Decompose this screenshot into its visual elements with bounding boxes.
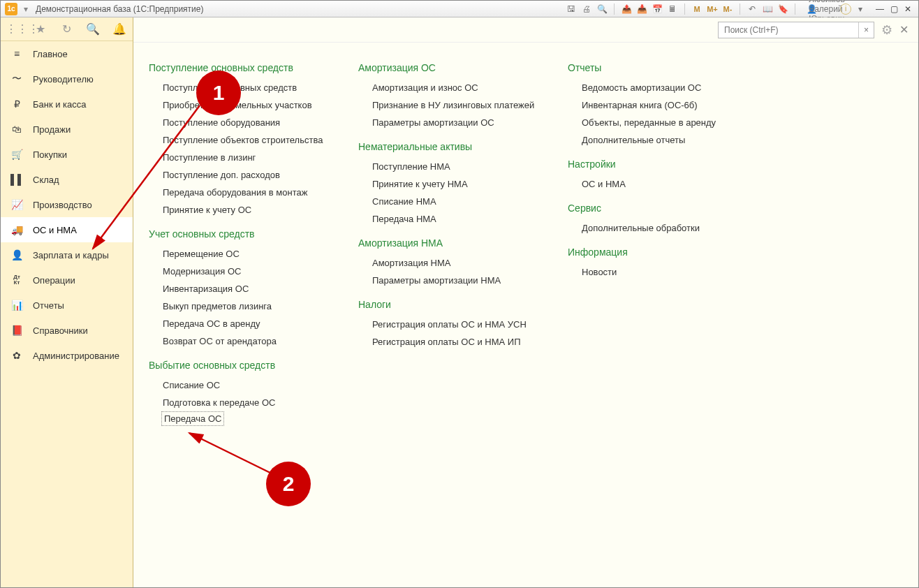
m-minus-button[interactable]: M-	[721, 3, 734, 15]
link-item[interactable]: ОС и НМА	[568, 175, 749, 193]
search-box[interactable]: ×	[718, 22, 874, 38]
nav-icon: Дт Кт	[10, 274, 23, 286]
current-user[interactable]: 👤 Любимов Валерий Юрьевич	[805, 3, 833, 15]
save-icon[interactable]: 🖫	[565, 3, 578, 15]
star-icon[interactable]: ★	[32, 22, 49, 36]
section-title[interactable]: Отчеты	[568, 62, 749, 73]
link-item[interactable]: Дополнительные отчеты	[568, 131, 749, 149]
section-title[interactable]: Налоги	[358, 299, 547, 310]
preview-icon[interactable]: 🔍	[596, 3, 608, 15]
gear-icon[interactable]: ⚙	[881, 22, 892, 38]
link-item[interactable]: Признание в НУ лизинговых платежей	[358, 96, 547, 114]
link-item[interactable]: Инвентаризация ОС	[149, 280, 337, 297]
search-icon[interactable]: 🔍	[84, 22, 101, 36]
link-item[interactable]: Списание НМА	[358, 193, 547, 210]
link-item[interactable]: Подготовка к передаче ОС	[149, 394, 337, 411]
nav-icon: ≡	[10, 48, 23, 59]
user-name-label: Любимов Валерий Юрьевич	[821, 3, 833, 15]
nav-item-9[interactable]: Дт КтОперации	[1, 267, 133, 293]
book-icon[interactable]: 📖	[761, 3, 774, 15]
nav-item-11[interactable]: 📕Справочники	[1, 318, 133, 343]
link-item[interactable]: Инвентарная книга (ОС-6б)	[568, 96, 749, 114]
section-title[interactable]: Амортизация ОС	[358, 62, 547, 73]
link-item[interactable]: Объекты, переданные в аренду	[568, 114, 749, 131]
nav-label: Главное	[33, 49, 68, 59]
m-plus-button[interactable]: M+	[706, 3, 719, 15]
nav-label: Операции	[33, 275, 75, 286]
nav-item-12[interactable]: ✿Администрирование	[1, 343, 133, 368]
svg-line-1	[189, 433, 273, 474]
nav-label: Отчеты	[33, 300, 64, 311]
calculator-icon[interactable]: 🖩	[666, 3, 679, 15]
history-icon[interactable]: ↻	[58, 22, 75, 36]
search-input[interactable]	[719, 25, 858, 35]
nav-label: Склад	[33, 175, 59, 185]
svg-line-0	[93, 105, 200, 249]
sidebar-tool-row: ⋮⋮⋮ ★ ↻ 🔍 🔔	[1, 17, 133, 41]
bell-icon[interactable]: 🔔	[111, 22, 128, 36]
clipboard-out-icon[interactable]: 📤	[620, 3, 633, 15]
section-title[interactable]: Сервис	[568, 203, 749, 214]
title-bar: 1c ▾ Демонстрационная база (1С:Предприят…	[1, 1, 918, 17]
maximize-button[interactable]: ▢	[888, 3, 900, 15]
minimize-button[interactable]: —	[874, 3, 886, 15]
link-item[interactable]: Ведомость амортизации ОС	[568, 79, 749, 96]
nav-icon: 〜	[10, 73, 23, 85]
nav-icon: 🛒	[10, 149, 23, 160]
annotation-circle-1: 1	[196, 71, 241, 115]
bookmark-icon[interactable]: 🔖	[777, 3, 789, 15]
link-item[interactable]: Передача НМА	[358, 210, 547, 228]
apps-icon[interactable]: ⋮⋮⋮	[6, 22, 22, 36]
link-item[interactable]: Регистрация оплаты ОС и НМА УСН	[358, 316, 547, 333]
app-menu-dropdown[interactable]: ▾	[20, 3, 31, 15]
link-item[interactable]: Новости	[568, 263, 749, 281]
nav-label: Продажи	[33, 124, 71, 135]
link-item[interactable]: Передача ОС	[161, 411, 224, 426]
link-item[interactable]: Амортизация и износ ОС	[358, 79, 547, 96]
print-icon[interactable]: 🖨	[580, 3, 593, 15]
nav-label: Банк и касса	[33, 99, 87, 110]
title-icon-group: 🖫 🖨 🔍 📤 📥 📅 🖩 M M+ M- ↶ 📖 🔖 👤 Любимов Ва…	[565, 3, 869, 15]
link-item[interactable]: Выкуп предметов лизинга	[149, 297, 337, 315]
nav-item-10[interactable]: 📊Отчеты	[1, 293, 133, 318]
info-icon[interactable]: i	[840, 3, 851, 15]
link-item[interactable]: Регистрация оплаты ОС и НМА ИП	[358, 333, 547, 351]
link-item[interactable]: Передача ОС в аренду	[149, 315, 337, 332]
nav-icon: 🚚	[10, 224, 23, 235]
section-title[interactable]: Информация	[568, 247, 749, 258]
section-title[interactable]: Амортизация НМА	[358, 237, 547, 249]
help-dropdown-icon[interactable]: ▾	[854, 3, 867, 15]
section-title[interactable]: Нематериальные активы	[358, 141, 547, 152]
calendar-icon[interactable]: 📅	[651, 3, 663, 15]
link-item[interactable]: Принятие к учету НМА	[358, 175, 547, 193]
link-item[interactable]: Параметры амортизации ОС	[358, 114, 547, 131]
app-logo-icon: 1c	[5, 3, 17, 15]
m-button[interactable]: M	[691, 3, 703, 15]
nav-icon: 📕	[10, 325, 23, 336]
back-icon[interactable]: ↶	[746, 3, 758, 15]
nav-icon: ✿	[10, 350, 23, 361]
nav-item-0[interactable]: ≡Главное	[1, 41, 133, 66]
panel-close-button[interactable]: ✕	[899, 23, 909, 36]
link-item[interactable]: Параметры амортизации НМА	[358, 272, 547, 289]
close-button[interactable]: ✕	[902, 3, 914, 15]
link-item[interactable]: Дополнительные обработки	[568, 219, 749, 237]
link-item[interactable]: Возврат ОС от арендатора	[149, 332, 337, 350]
nav-icon: 📊	[10, 300, 23, 311]
section-title[interactable]: Поступление основных средств	[149, 62, 337, 73]
clipboard-in-icon[interactable]: 📥	[635, 3, 648, 15]
nav-label: Администрирование	[33, 351, 119, 361]
nav-label: Покупки	[33, 149, 67, 160]
nav-icon: ▌▌	[10, 174, 23, 185]
nav-label: Производство	[33, 200, 92, 210]
annotation-arrow-1	[84, 84, 224, 266]
nav-label: Справочники	[33, 325, 88, 336]
section-title[interactable]: Настройки	[568, 159, 749, 170]
link-item[interactable]: Амортизация НМА	[358, 254, 547, 272]
annotation-circle-2: 2	[266, 462, 311, 506]
section-title[interactable]: Выбытие основных средств	[149, 360, 337, 371]
search-clear-button[interactable]: ×	[858, 22, 874, 38]
nav-icon: 🛍	[10, 124, 23, 135]
link-item[interactable]: Списание ОС	[149, 376, 337, 394]
link-item[interactable]: Поступление НМА	[358, 158, 547, 175]
